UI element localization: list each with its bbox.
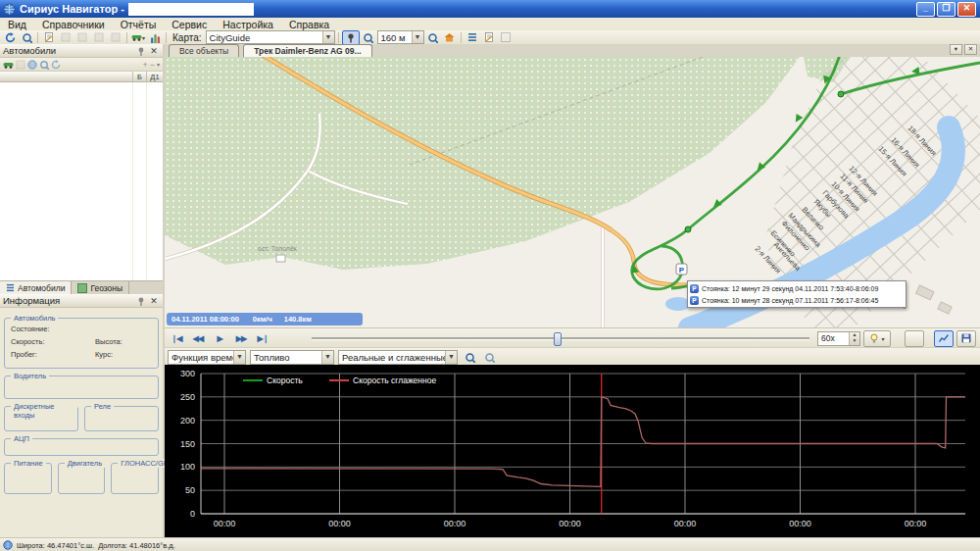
track-status-overlay: 04.11.2011 08:00:00 0км/ч 140.8км bbox=[167, 313, 363, 326]
add-button[interactable]: + bbox=[142, 60, 147, 70]
playback-speed-spinner[interactable]: 60x ▲▼ bbox=[817, 331, 860, 346]
notes-button[interactable] bbox=[481, 31, 497, 44]
zoom-in-button[interactable] bbox=[361, 31, 376, 44]
values-mode-select[interactable]: Реальные и сглаженные значен ▼ bbox=[338, 350, 458, 365]
edit-button[interactable] bbox=[41, 31, 57, 44]
parameter-select[interactable]: Топливо ▼ bbox=[250, 350, 334, 365]
tab-geozones[interactable]: Геозоны bbox=[72, 281, 129, 294]
tab-scroll-button[interactable]: ▾ bbox=[950, 44, 962, 55]
measure-button[interactable] bbox=[74, 31, 90, 44]
bulb-icon bbox=[869, 333, 879, 343]
pin-button[interactable] bbox=[136, 296, 148, 306]
vehicle-button[interactable]: ▾ bbox=[130, 31, 146, 44]
window-title: Сириус Навигатор - bbox=[20, 3, 124, 15]
column-name[interactable] bbox=[0, 72, 133, 81]
svg-text:P: P bbox=[679, 266, 685, 275]
map-scale-select[interactable]: 160 м ▼ bbox=[377, 30, 424, 44]
tooltip-row[interactable]: P Стоянка: 10 минут 28 секунд 07.11.2011… bbox=[690, 294, 904, 306]
refresh-list-button[interactable] bbox=[51, 60, 61, 70]
search-button[interactable] bbox=[19, 31, 34, 44]
hints-button[interactable]: ▾ bbox=[863, 330, 891, 347]
note-edit-icon bbox=[484, 32, 494, 42]
close-button[interactable]: ✕ bbox=[957, 2, 976, 17]
tab-all-objects[interactable]: Все объекты bbox=[169, 44, 239, 57]
refresh-button[interactable] bbox=[2, 31, 18, 44]
map-center-button[interactable] bbox=[27, 60, 37, 70]
svg-text:00:00: 00:00 bbox=[444, 519, 466, 528]
speed-chart[interactable]: 05010015020025030000:0000:0000:0000:0000… bbox=[165, 365, 980, 537]
vehicles-list[interactable] bbox=[0, 82, 163, 280]
chart-zoom-out-button[interactable] bbox=[481, 351, 497, 364]
extra-button[interactable] bbox=[905, 330, 924, 347]
engine-group-label: Двигатель bbox=[65, 459, 105, 468]
spin-down-icon[interactable]: ▼ bbox=[850, 338, 859, 345]
chevron-down-icon[interactable]: ▼ bbox=[321, 351, 333, 364]
layers-button[interactable] bbox=[91, 31, 107, 44]
chevron-down-icon[interactable]: ▼ bbox=[445, 351, 457, 364]
status-latitude: Широта: 46.47401°с.ш. bbox=[17, 541, 94, 550]
values-mode-value: Реальные и сглаженные значен bbox=[339, 352, 445, 363]
column-d1[interactable]: Д1 bbox=[147, 72, 163, 81]
skip-start-button[interactable]: ❘◀ bbox=[167, 331, 186, 346]
map-view[interactable]: P ост. Тополёк 18-я Линия 16-я Линия 15-… bbox=[165, 57, 980, 327]
show-all-button[interactable] bbox=[16, 60, 25, 70]
show-chart-button[interactable] bbox=[934, 330, 954, 347]
function-select[interactable]: Функция времени ▼ bbox=[168, 350, 246, 365]
chevron-down-icon[interactable]: ▼ bbox=[412, 31, 423, 43]
map-tab-strip: Все объекты Трек Daimler-Benz AG 09... ▾… bbox=[165, 44, 980, 58]
car-icon bbox=[3, 60, 14, 70]
skip-end-button[interactable]: ▶❘ bbox=[253, 331, 272, 346]
maximize-button[interactable]: ❐ bbox=[937, 2, 956, 17]
menu-help[interactable]: Справка bbox=[281, 19, 337, 30]
option-checkbox[interactable] bbox=[498, 31, 514, 44]
close-panel-button[interactable]: ✕ bbox=[148, 296, 160, 306]
find-vehicle-button[interactable] bbox=[39, 60, 49, 70]
timeline-slider[interactable] bbox=[312, 331, 809, 345]
svg-text:100: 100 bbox=[180, 462, 195, 472]
play-button[interactable]: ▶ bbox=[210, 331, 229, 346]
remove-button[interactable]: − bbox=[150, 60, 155, 70]
parking-marker[interactable]: P bbox=[676, 264, 687, 275]
chart-zoom-in-button[interactable] bbox=[462, 351, 477, 364]
select-button[interactable] bbox=[58, 31, 74, 44]
zoom-out-icon bbox=[484, 352, 495, 363]
close-panel-button[interactable]: ✕ bbox=[148, 46, 160, 56]
tooltip-row[interactable]: P Стоянка: 12 минут 29 секунд 04.11.2011… bbox=[690, 282, 904, 294]
follow-vehicle-button[interactable] bbox=[3, 60, 14, 70]
home-button[interactable] bbox=[442, 31, 458, 44]
chevron-down-icon[interactable]: ▼ bbox=[233, 351, 245, 364]
columns-button[interactable]: ▾ bbox=[157, 61, 160, 68]
pin-button[interactable] bbox=[136, 46, 148, 56]
fast-forward-button[interactable]: ▶▶ bbox=[231, 331, 251, 346]
tab-vehicles[interactable]: Автомобили bbox=[0, 281, 72, 294]
zoom-in-icon bbox=[465, 352, 475, 363]
chevron-down-icon[interactable]: ▼ bbox=[322, 31, 334, 43]
adc-group-label: АЦП bbox=[11, 434, 32, 443]
menu-reports[interactable]: Отчёты bbox=[113, 19, 165, 30]
menu-service[interactable]: Сервис bbox=[164, 19, 215, 30]
tab-track[interactable]: Трек Daimler-Benz AG 09... bbox=[243, 44, 371, 57]
home-icon bbox=[444, 32, 455, 42]
save-button[interactable] bbox=[956, 330, 976, 347]
speed-label: Скорость: bbox=[11, 337, 44, 346]
tab-close-button[interactable]: ✕ bbox=[964, 44, 977, 55]
statistics-button[interactable] bbox=[147, 31, 163, 44]
menu-bar: Вид Справочники Отчёты Сервис Настройка … bbox=[0, 18, 980, 31]
adc-group: АЦП bbox=[4, 438, 159, 456]
minimize-button[interactable]: _ bbox=[916, 2, 935, 17]
menu-directories[interactable]: Справочники bbox=[34, 19, 113, 30]
square-icon bbox=[16, 60, 25, 70]
height-label: Высота: bbox=[95, 337, 152, 346]
marker-toggle-button[interactable] bbox=[342, 30, 360, 45]
menu-settings[interactable]: Настройка bbox=[215, 19, 281, 30]
zoom-out-icon bbox=[427, 32, 438, 43]
zoom-out-button[interactable] bbox=[425, 31, 441, 44]
column-b[interactable]: Б bbox=[133, 72, 147, 81]
object-list-button[interactable] bbox=[465, 31, 480, 44]
svg-text:250: 250 bbox=[180, 392, 195, 402]
slider-handle[interactable] bbox=[554, 332, 562, 346]
rewind-button[interactable]: ◀◀ bbox=[188, 331, 208, 346]
menu-view[interactable]: Вид bbox=[0, 19, 34, 30]
map-select[interactable]: CityGuide ▼ bbox=[206, 30, 335, 44]
legend-button[interactable] bbox=[108, 31, 123, 44]
